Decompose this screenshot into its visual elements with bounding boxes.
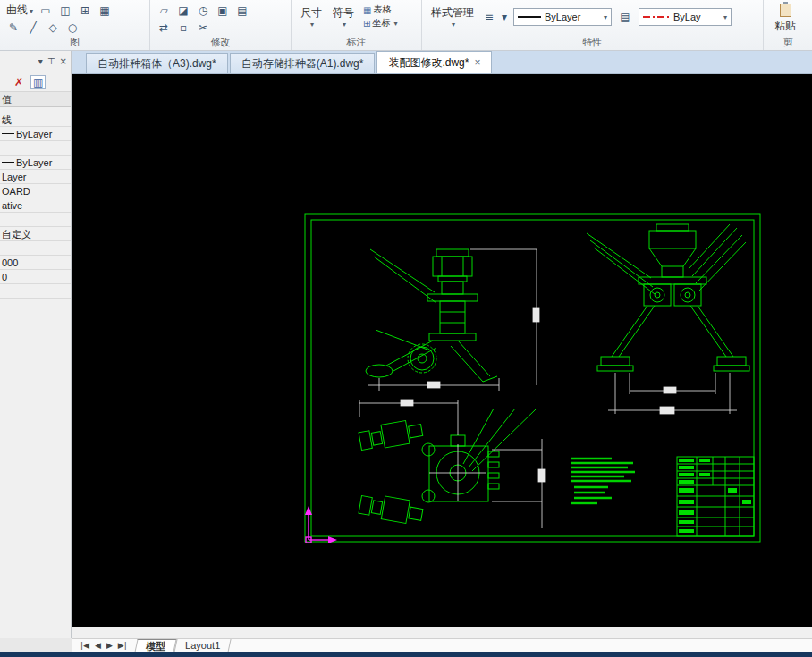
line-icon[interactable]: ╱ (23, 20, 43, 36)
status-bar (0, 652, 812, 657)
close-icon[interactable]: × (60, 56, 67, 66)
style-manager-button[interactable]: 样式管理 ▾ (426, 4, 479, 30)
linetype-sample-dashdot (643, 16, 670, 18)
palette-row[interactable]: ByLayer (0, 156, 71, 170)
linetype-combo[interactable]: ByLay ▾ (639, 8, 732, 26)
palette-row (0, 284, 71, 299)
ribbon: 曲线▾ ▭ ◫ ⊞ ▦ ✎ ╱ ◇ ○ 图 ▱ ◪ ◷ ▣ ▤ ⇄ ▫ ✂ 修改 (0, 0, 812, 51)
document-tabbar: 自动排种箱体（A3).dwg* 自动存储排种器(A1).dwg* 装配图修改.d… (72, 51, 812, 74)
view-top (358, 409, 537, 526)
palette-row[interactable] (0, 141, 71, 156)
doc-tab-1[interactable]: 自动排种箱体（A3).dwg* (86, 53, 228, 73)
chevron-down-icon: ▾ (723, 13, 727, 21)
chevron-down-icon: ▾ (604, 13, 607, 21)
close-icon[interactable]: × (474, 57, 480, 68)
chevron-down-icon[interactable]: ▾ (38, 56, 43, 66)
palette-row[interactable]: 000 (0, 256, 71, 270)
chevron-down-icon[interactable]: ▾ (499, 9, 510, 25)
linetype-grid-icon[interactable]: ▤ (615, 9, 635, 25)
group-label-modify: 修改 (150, 36, 291, 49)
view-front-right (587, 224, 749, 371)
mirror-icon[interactable]: ◪ (173, 3, 193, 19)
layer-color-combo[interactable]: ByLayer ▾ (513, 8, 612, 26)
next-sheet-icon[interactable]: ▶ (106, 641, 113, 650)
hatch-icon[interactable]: ▦ (95, 3, 114, 19)
chevron-down-icon: ▾ (30, 7, 33, 15)
palette-row[interactable]: ByLayer (0, 127, 71, 141)
drawing-canvas[interactable] (72, 74, 812, 627)
coordinate-icon: ⊞ (363, 19, 370, 29)
polygon-icon[interactable]: ◇ (43, 20, 63, 36)
chevron-down-icon: ▾ (343, 21, 346, 29)
palette-row[interactable]: Layer (0, 170, 71, 184)
title-block (677, 457, 754, 536)
cad-drawing (72, 74, 812, 627)
doc-tab-3-active[interactable]: 装配图修改.dwg* × (376, 51, 492, 73)
view-top-dims (359, 400, 545, 528)
chevron-down-icon: ▾ (452, 21, 455, 29)
palette-header-row: 值 (0, 92, 71, 107)
palette-iconrow: ✗ ▥ (0, 72, 71, 92)
ucs-icon (305, 506, 337, 543)
ribbon-group-clipboard: 粘贴 剪 (764, 0, 812, 50)
group-label-annotate: 标注 (292, 36, 421, 49)
group-label-clipboard: 剪 (764, 36, 812, 49)
ribbon-group-annotate: 尺寸 ▾ 符号 ▾ ▦ 表格 ⊞ 坐标 ▾ 标注 (292, 0, 422, 50)
palette-row[interactable]: 0 (0, 270, 71, 284)
ribbon-group-modify: ▱ ◪ ◷ ▣ ▤ ⇄ ▫ ✂ 修改 (150, 0, 292, 50)
chevron-down-icon: ▾ (393, 20, 397, 28)
circle-icon[interactable]: ○ (63, 20, 82, 36)
tab-layout1[interactable]: Layout1 (173, 639, 231, 653)
group-label-properties: 特性 (422, 36, 763, 49)
pencil-icon[interactable]: ✎ (4, 20, 23, 36)
palette-row[interactable]: 自定义 (0, 227, 71, 241)
dimension-button[interactable]: 尺寸 ▾ (295, 4, 327, 30)
palette-toolbar: ▾ ⊤ × (0, 51, 71, 72)
coordinate-button[interactable]: ⊞ 坐标 ▾ (363, 17, 397, 29)
palette-row[interactable]: ative (0, 198, 71, 213)
move-icon[interactable]: ⇄ (154, 20, 173, 36)
ribbon-group-draw: 曲线▾ ▭ ◫ ⊞ ▦ ✎ ╱ ◇ ○ 图 (0, 0, 150, 50)
prev-sheet-icon[interactable]: ◀ (95, 641, 101, 650)
trim-icon[interactable]: ▫ (173, 20, 193, 36)
palette-row[interactable] (0, 241, 71, 256)
grid-icon[interactable]: ⊞ (75, 3, 95, 19)
palette-row[interactable]: 线 (0, 113, 71, 127)
hamburger-icon[interactable]: ≡ (479, 9, 499, 25)
clear-filter-icon[interactable]: ✗ (14, 76, 23, 88)
canvas-bottom-strip (72, 627, 812, 638)
tab-model[interactable]: 模型 (134, 639, 176, 653)
array-icon[interactable]: ▣ (213, 3, 233, 19)
filter-icon[interactable]: ▥ (30, 75, 46, 89)
first-sheet-icon[interactable]: |◀ (80, 641, 89, 650)
sheet-nav-buttons: |◀ ◀ ▶ ▶| (72, 641, 136, 650)
palette-row[interactable]: OARD (0, 184, 71, 198)
palette-row[interactable] (0, 213, 71, 227)
chevron-down-icon: ▾ (310, 21, 314, 29)
clipboard-icon (780, 4, 791, 17)
linetype-sample-solid (518, 16, 541, 18)
ribbon-group-properties: 样式管理 ▾ ≡ ▾ ByLayer ▾ ▤ ByLay ▾ 特性 (422, 0, 764, 50)
scissors-icon[interactable]: ✂ (193, 20, 213, 36)
bottom-left-corner (0, 638, 72, 652)
view-front-left (366, 249, 497, 382)
properties-palette: ▾ ⊤ × ✗ ▥ 值 线 ByLayer ByLayer Layer OARD… (0, 51, 72, 638)
last-sheet-icon[interactable]: ▶| (118, 641, 127, 650)
sheet-nav-row: |◀ ◀ ▶ ▶| 模型 Layout1 (72, 638, 812, 652)
view-front-right-dims (608, 373, 737, 414)
notes-block (571, 459, 635, 503)
view-front-left-dims (368, 249, 539, 391)
pin-icon[interactable]: ⊤ (47, 56, 55, 66)
offset-icon[interactable]: ▱ (154, 3, 173, 19)
rotate-icon[interactable]: ◷ (193, 3, 213, 19)
symbol-button[interactable]: 符号 ▾ (327, 4, 359, 30)
split-rect-icon[interactable]: ◫ (55, 3, 75, 19)
doc-tab-2[interactable]: 自动存储排种器(A1).dwg* (230, 53, 376, 73)
paste-button[interactable]: 粘贴 (767, 2, 803, 36)
linetype-sample (2, 162, 14, 163)
linetype-sample (2, 133, 14, 134)
curve-button[interactable]: 曲线▾ (4, 3, 36, 19)
table-button[interactable]: ▦ 表格 (363, 4, 397, 16)
layer-tool-icon[interactable]: ▤ (233, 3, 252, 19)
rectangle-icon[interactable]: ▭ (36, 3, 55, 19)
